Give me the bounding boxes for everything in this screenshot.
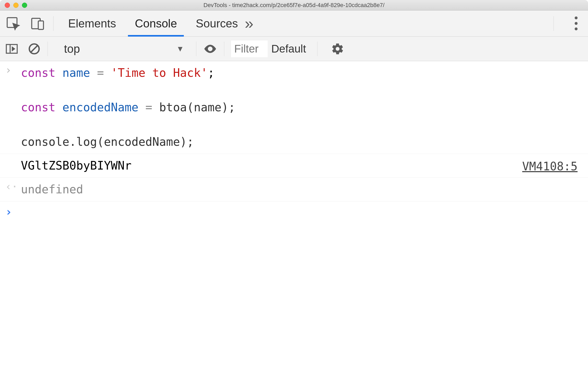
- console-return-entry: ‹· undefined: [0, 178, 588, 201]
- devtools-window: DevTools - time2hack.com/p/2ce65f7e-a05d…: [0, 0, 588, 371]
- console-toolbar: top ▼ Default: [0, 37, 588, 61]
- dropdown-icon: ▼: [176, 44, 184, 53]
- device-toolbar-button[interactable]: [21, 16, 45, 31]
- divider: [224, 42, 224, 56]
- console-input-entry: › const name = 'Time to Hack'; const enc…: [0, 61, 588, 154]
- input-prompt-icon: ›: [5, 63, 21, 76]
- kebab-icon: [575, 16, 578, 19]
- tab-console[interactable]: Console: [133, 10, 178, 36]
- tab-elements[interactable]: Elements: [67, 10, 117, 36]
- gear-icon: [331, 42, 344, 55]
- svg-line-6: [31, 45, 38, 52]
- tab-sources[interactable]: Sources: [194, 10, 239, 36]
- execution-context-selector[interactable]: top ▼: [64, 42, 189, 55]
- maximize-button[interactable]: [22, 3, 27, 8]
- divider: [196, 42, 196, 56]
- divider: [554, 16, 554, 31]
- svg-rect-2: [38, 21, 44, 30]
- live-expression-button[interactable]: [203, 42, 217, 56]
- clear-console-button[interactable]: [28, 42, 41, 55]
- more-tabs-button[interactable]: »: [245, 14, 253, 32]
- console-settings-button[interactable]: [331, 42, 344, 55]
- console-log-entry: VGltZSB0byBIYWNr VM4108:5: [0, 154, 588, 178]
- return-value: undefined: [21, 180, 588, 199]
- window-title: DevTools - time2hack.com/p/2ce65f7e-a05d…: [203, 2, 384, 9]
- svg-rect-3: [6, 44, 17, 53]
- titlebar: DevTools - time2hack.com/p/2ce65f7e-a05d…: [0, 0, 588, 10]
- divider: [53, 16, 54, 31]
- log-message: VGltZSB0byBIYWNr: [21, 156, 522, 175]
- divider: [48, 42, 48, 56]
- code-block[interactable]: const name = 'Time to Hack'; const encod…: [21, 63, 588, 152]
- sidebar-icon: [5, 42, 18, 55]
- chevron-double-right-icon: »: [245, 14, 253, 32]
- close-button[interactable]: [5, 3, 10, 8]
- traffic-lights: [0, 3, 27, 8]
- log-gutter: [5, 156, 21, 175]
- eye-icon: [203, 42, 217, 56]
- log-source-link[interactable]: VM4108:5: [522, 159, 588, 173]
- context-label: top: [64, 42, 80, 55]
- inspect-icon: [5, 16, 21, 31]
- filter-input[interactable]: [231, 40, 268, 57]
- clear-icon: [28, 42, 41, 55]
- console-prompt[interactable]: ›: [0, 201, 588, 222]
- toggle-sidebar-button[interactable]: [5, 42, 18, 55]
- return-icon: ‹·: [5, 180, 21, 193]
- main-toolbar: Elements Console Sources »: [0, 10, 588, 37]
- divider: [317, 42, 317, 56]
- prompt-icon: ›: [5, 205, 21, 218]
- device-icon: [30, 16, 45, 31]
- console-output: › const name = 'Time to Hack'; const enc…: [0, 61, 588, 371]
- minimize-button[interactable]: [13, 3, 19, 8]
- inspect-element-button[interactable]: [5, 16, 21, 31]
- tab-strip: Elements Console Sources: [67, 10, 239, 36]
- settings-menu-button[interactable]: [569, 14, 583, 33]
- log-levels-selector[interactable]: Default: [271, 43, 310, 55]
